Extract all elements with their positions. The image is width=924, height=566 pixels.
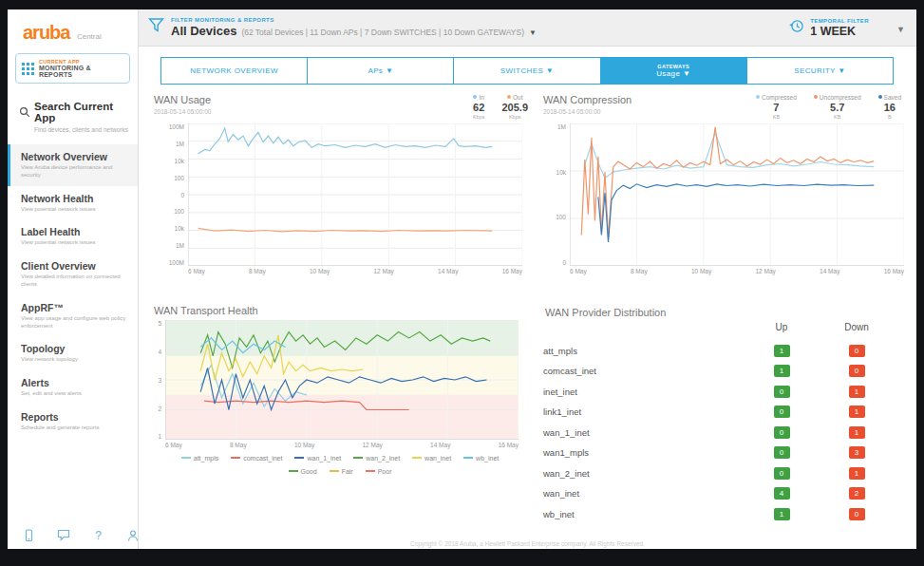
down-count-badge: 1 [849,406,865,418]
provider-name: comcast_inet [543,361,747,382]
legend-uncompressed: Uncompressed5.7KB [814,94,861,120]
y-tick: 10k [537,169,566,176]
tab-gateways[interactable]: GATEWAYSUsage ▼ [600,57,747,85]
tab-sublabel: Usage ▼ [656,69,690,78]
main-area: FILTER MONITORING & REPORTS All Devices … [139,9,916,549]
chart-title: WAN Usage [154,94,211,105]
x-tick: 8 May [230,442,247,448]
sidebar-item-title: Label Health [21,226,130,237]
search-icon [19,106,30,118]
legend-dot [507,95,511,99]
temporal-filter[interactable]: TEMPORAL FILTER 1 WEEK [789,18,869,38]
sidebar-item-title: Network Health [21,193,130,204]
sidebar-item-reports[interactable]: ReportsSchedule and generate reports [8,405,138,439]
band-good [165,320,519,356]
sidebar-item-network-overview[interactable]: Network OverviewView Aruba device perfor… [8,144,138,186]
temporal-caret-icon[interactable]: ▼ [896,25,905,34]
legend-good: Good [289,468,317,475]
tab-aps[interactable]: APs ▼ [307,57,454,85]
tab-switches[interactable]: SWITCHES ▼ [453,57,600,85]
sidebar-item-desc: View potential network issues [21,206,130,214]
current-app-text: CURRENT APP MONITORING & REPORTS [39,59,123,78]
x-tick: 10 May [691,268,711,274]
legend-wan_inet: wan_inet [412,455,451,462]
x-axis-labels: 6 May8 May10 May12 May14 May16 May [165,442,519,448]
legend-wb_inet: wb_inet [463,455,499,462]
tab-security[interactable]: SECURITY ▼ [746,57,894,85]
transport-series-legend: att_mplscomcast_inetwan_1_inetwan_2_inet… [148,455,532,462]
legend-dot [756,95,760,99]
tab-network-overview[interactable]: NETWORK OVERVIEW [160,57,308,85]
y-tick: 0 [148,192,184,198]
current-app-button[interactable]: CURRENT APP MONITORING & REPORTS [15,53,130,84]
sidebar-nav: Network OverviewView Aruba device perfor… [8,144,138,439]
wan-transport-plot [165,320,519,440]
aruba-central-logo[interactable]: aruba Central [8,9,138,47]
up-count-badge: 0 [774,467,790,480]
sidebar-item-desc: View Aruba device performance and securi… [21,164,130,179]
top-bar: FILTER MONITORING & REPORTS All Devices … [139,9,916,47]
legend-name: Out [501,94,528,101]
down-count-badge: 3 [849,446,865,459]
down-count-badge: 1 [849,386,865,398]
sidebar-item-alerts[interactable]: AlertsSet, edit and view alerts [8,370,138,405]
device-filter[interactable]: FILTER MONITORING & REPORTS All Devices … [148,17,782,38]
x-tick: 12 May [755,268,775,274]
y-tick: 1M [148,141,184,147]
app-window: aruba Central CURRENT APP MONITORING & R… [8,9,916,549]
legend-dot [814,95,818,99]
search-hint: Find devices, clients and networks [34,126,128,133]
wan-transport-health-chart [165,320,519,440]
sidebar-item-desc: View detailed information on connected c… [21,274,130,289]
provider-name: link1_inet [543,402,747,423]
series-Saved [598,184,874,242]
sidebar-item-client-overview[interactable]: Client OverviewView detailed information… [8,254,138,295]
up-count-badge: 0 [774,426,790,439]
provider-table: UpDownatt_mpls10comcast_inet10inet_inet0… [543,322,897,524]
filter-caret-icon[interactable]: ▼ [529,28,537,37]
legend-dot [473,95,477,99]
up-count-badge: 0 [774,386,790,398]
search-current-app[interactable]: Search Current App Find devices, clients… [8,85,138,133]
x-tick: 8 May [631,268,648,274]
wan-compression-chart [570,123,904,266]
provider-name: wan_2_inet [543,462,747,483]
wan-usage-heading: WAN Usage 2018-05-14 05:00:00 [154,94,211,115]
provider-name: wan_1_inet [543,422,747,443]
sidebar-item-desc: Set, edit and view alerts [21,390,130,398]
mobile-icon[interactable] [23,529,35,542]
header-spacer [543,328,747,335]
y-tick: 100 [148,208,184,215]
series-Uncompressed [581,127,874,238]
sidebar-footer-icons: ? [23,529,140,542]
svg-text:?: ? [95,529,102,542]
sidebar-item-label-health[interactable]: Label HealthView potential network issue… [8,219,138,254]
filter-label: FILTER MONITORING & REPORTS [171,17,537,23]
legend-poor: Poor [366,468,392,475]
user-icon[interactable] [126,529,140,542]
filter-text: FILTER MONITORING & REPORTS All Devices … [171,17,537,38]
copyright-text: Copyright © 2018 Aruba, a Hewlett Packar… [139,540,916,547]
up-count-badge: 1 [774,365,790,377]
up-count-badge: 1 [774,508,790,520]
legend-in: In62Kbps [473,94,485,120]
sidebar-item-topology[interactable]: TopologyView network topology [8,336,138,370]
sidebar-item-apprf[interactable]: AppRF™View app usage and configure web p… [8,295,138,337]
x-tick: 16 May [884,268,904,274]
sidebar-item-network-health[interactable]: Network HealthView potential network iss… [8,186,138,220]
x-tick: 14 May [820,268,839,274]
sidebar-item-desc: Schedule and generate reports [21,424,130,432]
chart-title: WAN Compression [543,94,632,105]
x-tick: 6 May [188,268,205,274]
sidebar-item-title: Network Overview [21,151,130,162]
current-app-name: MONITORING & REPORTS [39,65,123,78]
x-tick: 14 May [430,442,450,448]
up-count-badge: 0 [774,406,790,418]
legend-fair: Fair [330,468,353,475]
feedback-icon[interactable] [57,529,70,542]
filter-funnel-icon [148,17,164,33]
sidebar-item-desc: View potential network issues [21,239,130,247]
help-icon[interactable]: ? [92,529,104,542]
y-tick: 0 [537,259,566,266]
provider-name: wan1_mpls [543,443,747,463]
